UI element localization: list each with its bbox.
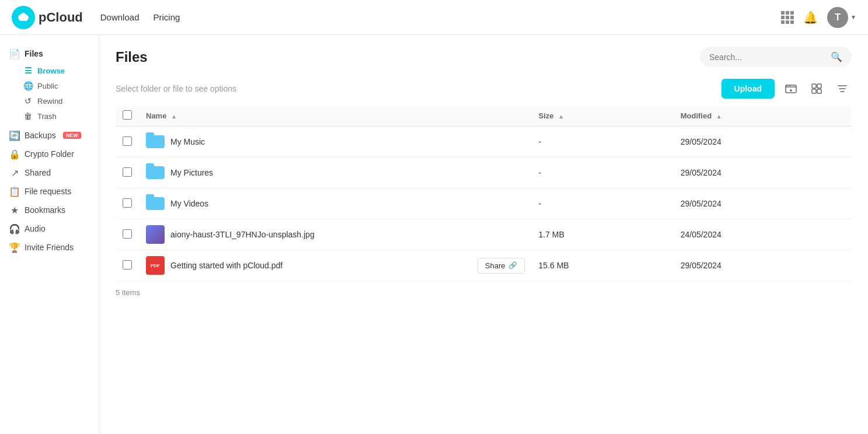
file-modified: 29/05/2024: [674, 250, 852, 281]
table-row[interactable]: My Music-29/05/2024: [116, 127, 852, 158]
folder-icon: [146, 163, 165, 182]
sidebar-file-requests-label: File requests: [25, 187, 71, 196]
trophy-icon: 🏆: [9, 242, 20, 253]
svg-rect-6: [817, 84, 821, 88]
sidebar-item-bookmarks[interactable]: ★ Bookmarks: [0, 201, 99, 219]
share-button[interactable]: Share 🔗: [477, 258, 525, 274]
trash-icon: 🗑: [23, 111, 33, 121]
sidebar-item-public[interactable]: 🌐 Public: [19, 78, 99, 93]
th-size[interactable]: Size ▲: [532, 106, 674, 127]
toolbar: Select folder or file to see options Upl…: [116, 79, 852, 99]
file-name: My Videos: [170, 199, 208, 208]
toolbar-right: Upload: [721, 79, 852, 99]
sidebar-item-backups[interactable]: 🔄 Backups NEW: [0, 126, 99, 145]
sidebar-item-invite[interactable]: 🏆 Invite Friends: [0, 238, 99, 257]
sidebar-item-audio[interactable]: 🎧 Audio: [0, 219, 99, 238]
size-sort-icon: ▲: [558, 113, 564, 120]
sidebar-shared-label: Shared: [25, 168, 51, 177]
row-checkbox[interactable]: [123, 229, 132, 239]
grid-apps-icon[interactable]: [781, 11, 794, 24]
rewind-icon: ↺: [23, 96, 33, 106]
modified-sort-icon: ▲: [716, 113, 722, 120]
main-content: Files 🔍 Select folder or file to see opt…: [99, 35, 868, 434]
table-row[interactable]: aiony-haust-3TLI_97HNJo-unsplash.jpg1.7 …: [116, 219, 852, 250]
th-name[interactable]: Name ▲: [139, 106, 532, 127]
avatar: T: [827, 7, 848, 28]
page-title: Files: [116, 49, 148, 65]
toolbar-hint: Select folder or file to see options: [116, 84, 236, 93]
file-request-icon: 📋: [9, 186, 20, 197]
sidebar: 📄 Files ☰ Browse 🌐 Public ↺ Rewind 🗑 Tra…: [0, 35, 99, 434]
search-icon: 🔍: [831, 51, 842, 62]
row-checkbox[interactable]: [123, 198, 132, 208]
sidebar-files-label: Files: [25, 49, 43, 58]
bell-icon[interactable]: 🔔: [803, 10, 818, 24]
sidebar-item-trash[interactable]: 🗑 Trash: [19, 108, 99, 124]
th-modified[interactable]: Modified ▲: [674, 106, 852, 127]
svg-rect-8: [817, 89, 821, 93]
file-name-cell: My Videos: [139, 188, 532, 219]
name-sort-icon: ▲: [171, 113, 177, 120]
topnav: pCloud Download Pricing 🔔 T ▼: [0, 0, 868, 35]
upload-button[interactable]: Upload: [721, 79, 775, 99]
chevron-down-icon: ▼: [850, 14, 856, 20]
file-size: -: [532, 127, 674, 158]
sidebar-item-rewind[interactable]: ↺ Rewind: [19, 93, 99, 108]
sidebar-item-files[interactable]: 📄 Files: [0, 44, 99, 63]
logo-text: pCloud: [39, 10, 83, 25]
sidebar-item-browse[interactable]: ☰ Browse: [19, 63, 99, 78]
sidebar-invite-label: Invite Friends: [25, 243, 74, 252]
search-box[interactable]: 🔍: [700, 47, 852, 67]
sidebar-backups-label: Backups: [25, 131, 56, 140]
svg-rect-5: [812, 84, 816, 88]
folder-icon: [146, 194, 165, 213]
sidebar-browse-label: Browse: [37, 66, 65, 75]
browse-icon: ☰: [23, 66, 33, 75]
sidebar-rewind-label: Rewind: [37, 97, 62, 106]
file-table: Name ▲ Size ▲ Modified ▲ My Mus: [116, 106, 852, 281]
sidebar-public-label: Public: [37, 82, 58, 90]
search-input[interactable]: [709, 52, 826, 62]
file-name: Getting started with pCloud.pdf: [170, 261, 283, 270]
table-row[interactable]: My Pictures-29/05/2024: [116, 158, 852, 188]
main-header: Files 🔍: [116, 47, 852, 67]
sidebar-item-shared[interactable]: ↗ Shared: [0, 163, 99, 182]
svg-rect-4: [786, 85, 796, 93]
add-folder-icon[interactable]: [782, 79, 800, 98]
table-row[interactable]: My Videos-29/05/2024: [116, 188, 852, 219]
headphones-icon: 🎧: [9, 223, 20, 234]
star-icon: ★: [9, 205, 20, 215]
row-checkbox[interactable]: [123, 260, 132, 270]
select-all-checkbox[interactable]: [123, 110, 132, 120]
layout: 📄 Files ☰ Browse 🌐 Public ↺ Rewind 🗑 Tra…: [0, 35, 868, 434]
public-icon: 🌐: [23, 81, 33, 90]
sidebar-trash-label: Trash: [37, 112, 57, 121]
pdf-icon: PDF: [146, 256, 165, 275]
nav-pricing[interactable]: Pricing: [153, 12, 180, 22]
image-thumbnail: [146, 225, 165, 244]
row-checkbox[interactable]: [123, 136, 132, 146]
sidebar-item-crypto[interactable]: 🔒 Crypto Folder: [0, 145, 99, 163]
nav-links: Download Pricing: [100, 12, 180, 22]
sort-icon[interactable]: [833, 79, 852, 98]
file-modified: 29/05/2024: [674, 188, 852, 219]
file-name-cell: PDFGetting started with pCloud.pdfShare …: [139, 250, 532, 281]
user-menu[interactable]: T ▼: [827, 7, 856, 28]
file-icon: 📄: [9, 48, 20, 59]
file-name-cell: My Music: [139, 127, 532, 158]
sidebar-item-file-requests[interactable]: 📋 File requests: [0, 182, 99, 201]
nav-download[interactable]: Download: [100, 12, 140, 22]
sidebar-crypto-label: Crypto Folder: [25, 149, 74, 159]
logo[interactable]: pCloud: [12, 6, 83, 29]
file-modified: 24/05/2024: [674, 219, 852, 250]
file-name: My Pictures: [170, 168, 213, 177]
file-name: aiony-haust-3TLI_97HNJo-unsplash.jpg: [170, 230, 315, 239]
table-row[interactable]: PDFGetting started with pCloud.pdfShare …: [116, 250, 852, 281]
file-name-cell: aiony-haust-3TLI_97HNJo-unsplash.jpg: [139, 219, 532, 250]
row-checkbox[interactable]: [123, 167, 132, 177]
sidebar-audio-label: Audio: [25, 224, 46, 233]
grid-view-icon[interactable]: [807, 79, 826, 98]
lock-icon: 🔒: [9, 149, 20, 159]
sidebar-sub: ☰ Browse 🌐 Public ↺ Rewind 🗑 Trash: [0, 63, 99, 124]
share-icon: ↗: [9, 167, 20, 178]
